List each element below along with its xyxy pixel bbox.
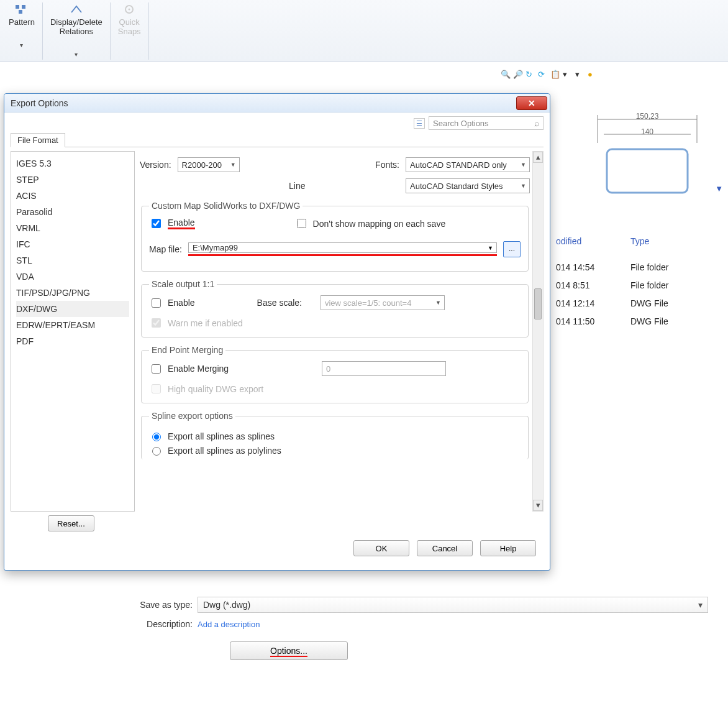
mapfile-underline <box>188 254 497 256</box>
format-item[interactable]: IGES 5.3 <box>16 155 129 172</box>
mapfile-combo[interactable]: E:\Mymap99 <box>188 242 497 253</box>
options-pane: Version: R2000-200 Fonts: AutoCAD STANDA… <box>140 151 544 512</box>
paste-icon[interactable]: 📋 <box>550 70 560 80</box>
ok-button[interactable]: OK <box>353 540 409 556</box>
doc-icon[interactable]: ▾ <box>563 70 573 80</box>
scroll-up-icon[interactable]: ▴ <box>533 152 543 163</box>
format-list[interactable]: IGES 5.3 STEP ACIS Parasolid VRML IFC ST… <box>11 151 135 512</box>
svg-rect-2 <box>19 10 22 14</box>
svg-rect-1 <box>22 5 25 9</box>
format-item[interactable]: PDF <box>16 333 129 349</box>
group-scale: Scale output 1:1 Enable Base scale: view… <box>141 279 529 338</box>
spline-opt2-input[interactable] <box>152 447 161 456</box>
saveas-desc-label: Description: <box>124 619 193 629</box>
group-spline-legend: Spline export options <box>149 411 235 421</box>
enable-map-input[interactable] <box>152 219 161 228</box>
col-type[interactable]: Type <box>630 236 649 246</box>
scale-enable-label: Enable <box>168 298 195 308</box>
scrollbar[interactable]: ▴ ▾ <box>532 151 544 512</box>
gear-icon[interactable]: ▾ <box>575 70 585 80</box>
format-item[interactable]: STEP <box>16 172 129 188</box>
cell: 014 14:54 <box>556 259 594 277</box>
pattern-icon <box>14 4 29 15</box>
format-item[interactable]: DXF/DWG <box>16 301 129 317</box>
cell: File folder <box>630 277 668 295</box>
ribbon-snaps-label: Quick Snaps <box>118 17 141 36</box>
refresh-icon[interactable]: ↻ <box>526 70 535 80</box>
group-map-legend: Custom Map SolidWorks to DXF/DWG <box>149 201 303 211</box>
search-options-icon: ☰ <box>414 118 425 129</box>
scale-enable-input[interactable] <box>152 298 161 308</box>
spline-opt2-label: Export all splines as polylines <box>168 446 281 456</box>
hq-export-checkbox: High quality DWG export <box>149 382 521 395</box>
chevron-down-icon <box>75 36 78 58</box>
saveas-desc-link[interactable]: Add a description <box>198 620 260 629</box>
options-button[interactable]: Options... <box>230 641 348 660</box>
spline-opt1-label: Export all splines as splines <box>168 431 275 441</box>
format-item[interactable]: STL <box>16 252 129 269</box>
scale-enable-checkbox[interactable]: Enable <box>149 296 195 310</box>
scroll-thumb[interactable] <box>534 288 542 319</box>
cell: 014 11:50 <box>556 313 594 331</box>
format-item[interactable]: Parasolid <box>16 204 129 220</box>
bg-rows-types: File folder File folder DWG File DWG Fil… <box>630 259 668 331</box>
line-combo[interactable]: AutoCAD Standard Styles <box>406 178 530 193</box>
basescale-combo: view scale=1/5: count=4 <box>321 295 445 310</box>
format-item[interactable]: ACIS <box>16 188 129 204</box>
ribbon-pattern[interactable]: Pattern <box>4 2 43 60</box>
snaps-icon <box>122 4 137 15</box>
ribbon-relations-label: Display/Delete Relations <box>50 17 102 36</box>
group-scale-legend: Scale output 1:1 <box>149 279 217 289</box>
fonts-combo[interactable]: AutoCAD STANDARD only <box>406 157 530 172</box>
search-input[interactable]: Search Options <box>429 116 544 130</box>
format-item[interactable]: TIF/PSD/JPG/PNG <box>16 285 129 301</box>
scroll-down-icon[interactable]: ▾ <box>533 500 543 511</box>
close-button[interactable]: ✕ <box>516 96 547 110</box>
cell: 014 8:51 <box>556 277 594 295</box>
format-item[interactable]: IFC <box>16 236 129 252</box>
group-custom-map: Custom Map SolidWorks to DXF/DWG Enable … <box>141 201 529 272</box>
ribbon-relations[interactable]: Display/Delete Relations <box>45 2 111 60</box>
link-icon[interactable]: ⟳ <box>538 70 548 80</box>
tabstrip: File Format <box>11 132 544 147</box>
warn-checkbox: Warn me if enabled <box>149 316 521 329</box>
svg-rect-0 <box>16 5 19 9</box>
cancel-button[interactable]: Cancel <box>417 540 473 556</box>
format-item[interactable]: VDA <box>16 269 129 285</box>
spline-opt1-input[interactable] <box>152 433 161 441</box>
status-icon: ● <box>588 70 598 80</box>
version-combo[interactable]: R2000-200 <box>178 157 240 172</box>
version-label: Version: <box>140 160 171 170</box>
merge-enable-checkbox[interactable]: Enable Merging <box>149 362 229 375</box>
search-icon <box>534 118 539 128</box>
help-button[interactable]: Help <box>480 540 536 556</box>
warn-label: Warn me if enabled <box>168 318 243 328</box>
hq-export-label: High quality DWG export <box>168 384 263 394</box>
mapfile-label: Map file: <box>149 244 182 254</box>
tab-file-format[interactable]: File Format <box>11 133 65 147</box>
cell: DWG File <box>630 313 668 331</box>
merge-enable-input[interactable] <box>152 364 161 374</box>
spline-opt1[interactable]: Export all splines as splines <box>149 431 521 441</box>
dontshow-input[interactable] <box>297 219 306 228</box>
titlebar[interactable]: Export Options ✕ <box>4 94 550 113</box>
merge-enable-label: Enable Merging <box>168 364 229 374</box>
format-item[interactable]: VRML <box>16 220 129 236</box>
spline-opt2[interactable]: Export all splines as polylines <box>149 445 521 456</box>
hq-export-input <box>152 384 161 393</box>
options-button-label: Options... <box>270 646 307 657</box>
reset-button[interactable]: Reset... <box>48 515 94 531</box>
ribbon-snaps: Quick Snaps <box>113 2 149 60</box>
dropdown-caret-icon[interactable]: ▼ <box>715 184 723 193</box>
col-modified[interactable]: odified <box>556 236 581 246</box>
format-item[interactable]: EDRW/EPRT/EASM <box>16 317 129 333</box>
mapfile-browse-button[interactable]: ... <box>503 241 521 257</box>
dontshow-checkbox[interactable]: Don't show mapping on each save <box>294 217 446 230</box>
merge-value: 0 <box>326 364 330 374</box>
merge-value-input[interactable]: 0 <box>322 361 446 376</box>
zoom-in-icon[interactable]: 🔍 <box>501 70 511 80</box>
cell: File folder <box>630 259 668 277</box>
saveas-type-combo[interactable]: Dwg (*.dwg) <box>198 597 708 613</box>
enable-map-checkbox[interactable]: Enable <box>149 217 195 230</box>
zoom-out-icon[interactable]: 🔎 <box>513 70 523 80</box>
